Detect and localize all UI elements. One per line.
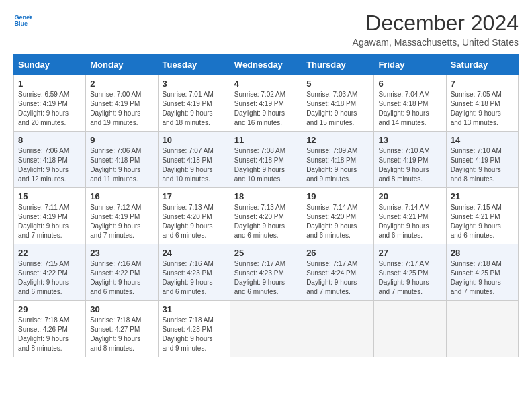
calendar-cell xyxy=(374,301,446,357)
day-info: Sunrise: 7:07 AMSunset: 4:18 PMDaylight:… xyxy=(163,146,226,184)
day-info: Sunrise: 7:16 AMSunset: 4:23 PMDaylight:… xyxy=(163,259,226,297)
day-number: 23 xyxy=(90,248,153,258)
calendar-cell: 29Sunrise: 7:18 AMSunset: 4:26 PMDayligh… xyxy=(14,301,86,357)
calendar-cell: 10Sunrise: 7:07 AMSunset: 4:18 PMDayligh… xyxy=(158,132,230,188)
day-number: 16 xyxy=(90,191,153,201)
calendar-cell: 27Sunrise: 7:17 AMSunset: 4:25 PMDayligh… xyxy=(374,244,446,301)
calendar-cell xyxy=(230,301,302,357)
calendar-cell: 26Sunrise: 7:17 AMSunset: 4:24 PMDayligh… xyxy=(302,244,374,301)
day-info: Sunrise: 7:05 AMSunset: 4:18 PMDaylight:… xyxy=(451,90,514,128)
day-number: 5 xyxy=(306,79,369,89)
day-number: 30 xyxy=(90,304,153,314)
calendar-week-row: 15Sunrise: 7:11 AMSunset: 4:19 PMDayligh… xyxy=(14,188,519,244)
day-number: 27 xyxy=(378,248,441,258)
calendar-cell: 6Sunrise: 7:04 AMSunset: 4:18 PMDaylight… xyxy=(374,75,446,132)
calendar-week-row: 29Sunrise: 7:18 AMSunset: 4:26 PMDayligh… xyxy=(14,301,519,357)
weekday-header-friday: Friday xyxy=(374,55,446,75)
day-number: 21 xyxy=(451,191,514,201)
calendar-cell xyxy=(446,301,518,357)
day-info: Sunrise: 7:15 AMSunset: 4:21 PMDaylight:… xyxy=(451,203,514,240)
day-number: 3 xyxy=(163,79,226,89)
day-info: Sunrise: 7:01 AMSunset: 4:19 PMDaylight:… xyxy=(163,90,226,128)
calendar-cell: 28Sunrise: 7:18 AMSunset: 4:25 PMDayligh… xyxy=(446,244,518,301)
day-number: 6 xyxy=(378,79,441,89)
day-number: 26 xyxy=(306,248,369,258)
day-info: Sunrise: 7:17 AMSunset: 4:24 PMDaylight:… xyxy=(306,259,369,297)
day-number: 22 xyxy=(18,248,81,258)
day-info: Sunrise: 7:16 AMSunset: 4:22 PMDaylight:… xyxy=(90,259,153,297)
calendar-cell: 7Sunrise: 7:05 AMSunset: 4:18 PMDaylight… xyxy=(446,75,518,132)
weekday-header-wednesday: Wednesday xyxy=(230,55,302,75)
calendar-cell: 8Sunrise: 7:06 AMSunset: 4:18 PMDaylight… xyxy=(14,132,86,188)
day-info: Sunrise: 7:06 AMSunset: 4:18 PMDaylight:… xyxy=(18,146,81,184)
logo-icon: General Blue xyxy=(13,11,32,30)
day-number: 17 xyxy=(163,191,226,201)
day-info: Sunrise: 7:09 AMSunset: 4:18 PMDaylight:… xyxy=(306,146,369,184)
day-number: 25 xyxy=(234,248,298,258)
calendar-cell: 14Sunrise: 7:10 AMSunset: 4:19 PMDayligh… xyxy=(446,132,518,188)
calendar-cell: 25Sunrise: 7:17 AMSunset: 4:23 PMDayligh… xyxy=(230,244,302,301)
calendar-cell: 9Sunrise: 7:06 AMSunset: 4:18 PMDaylight… xyxy=(86,132,158,188)
calendar-cell: 5Sunrise: 7:03 AMSunset: 4:18 PMDaylight… xyxy=(302,75,374,132)
weekday-header-tuesday: Tuesday xyxy=(158,55,230,75)
calendar-cell: 4Sunrise: 7:02 AMSunset: 4:19 PMDaylight… xyxy=(230,75,302,132)
day-number: 2 xyxy=(90,79,153,89)
calendar-cell: 31Sunrise: 7:18 AMSunset: 4:28 PMDayligh… xyxy=(158,301,230,357)
calendar-cell: 30Sunrise: 7:18 AMSunset: 4:27 PMDayligh… xyxy=(86,301,158,357)
svg-text:Blue: Blue xyxy=(14,20,28,27)
day-info: Sunrise: 7:17 AMSunset: 4:25 PMDaylight:… xyxy=(378,259,441,297)
day-info: Sunrise: 7:08 AMSunset: 4:18 PMDaylight:… xyxy=(234,146,298,184)
day-info: Sunrise: 7:10 AMSunset: 4:19 PMDaylight:… xyxy=(378,146,441,184)
calendar-cell: 21Sunrise: 7:15 AMSunset: 4:21 PMDayligh… xyxy=(446,188,518,244)
logo: General Blue xyxy=(13,11,32,30)
day-number: 24 xyxy=(163,248,226,258)
calendar-cell: 12Sunrise: 7:09 AMSunset: 4:18 PMDayligh… xyxy=(302,132,374,188)
day-number: 20 xyxy=(378,191,441,201)
day-number: 1 xyxy=(18,79,81,89)
day-number: 13 xyxy=(378,135,441,145)
day-info: Sunrise: 7:06 AMSunset: 4:18 PMDaylight:… xyxy=(90,146,153,184)
calendar-week-row: 8Sunrise: 7:06 AMSunset: 4:18 PMDaylight… xyxy=(14,132,519,188)
day-number: 9 xyxy=(90,135,153,145)
day-number: 15 xyxy=(18,191,81,201)
calendar-cell: 3Sunrise: 7:01 AMSunset: 4:19 PMDaylight… xyxy=(158,75,230,132)
day-info: Sunrise: 7:14 AMSunset: 4:20 PMDaylight:… xyxy=(306,203,369,240)
weekday-header-sunday: Sunday xyxy=(14,55,86,75)
title-block: December 2024 Agawam, Massachusetts, Uni… xyxy=(353,11,519,48)
day-number: 14 xyxy=(451,135,514,145)
calendar-cell: 17Sunrise: 7:13 AMSunset: 4:20 PMDayligh… xyxy=(158,188,230,244)
day-number: 29 xyxy=(18,304,81,314)
day-number: 10 xyxy=(163,135,226,145)
day-number: 8 xyxy=(18,135,81,145)
day-info: Sunrise: 7:13 AMSunset: 4:20 PMDaylight:… xyxy=(234,203,298,240)
weekday-header-saturday: Saturday xyxy=(446,55,518,75)
day-info: Sunrise: 7:00 AMSunset: 4:19 PMDaylight:… xyxy=(90,90,153,128)
day-info: Sunrise: 7:14 AMSunset: 4:21 PMDaylight:… xyxy=(378,203,441,240)
day-info: Sunrise: 7:18 AMSunset: 4:26 PMDaylight:… xyxy=(18,316,81,353)
calendar-cell xyxy=(302,301,374,357)
day-number: 18 xyxy=(234,191,298,201)
day-info: Sunrise: 7:10 AMSunset: 4:19 PMDaylight:… xyxy=(451,146,514,184)
weekday-header-row: SundayMondayTuesdayWednesdayThursdayFrid… xyxy=(14,55,519,75)
calendar-cell: 13Sunrise: 7:10 AMSunset: 4:19 PMDayligh… xyxy=(374,132,446,188)
day-info: Sunrise: 7:02 AMSunset: 4:19 PMDaylight:… xyxy=(234,90,298,128)
calendar-cell: 19Sunrise: 7:14 AMSunset: 4:20 PMDayligh… xyxy=(302,188,374,244)
calendar-cell: 24Sunrise: 7:16 AMSunset: 4:23 PMDayligh… xyxy=(158,244,230,301)
calendar-cell: 1Sunrise: 6:59 AMSunset: 4:19 PMDaylight… xyxy=(14,75,86,132)
weekday-header-thursday: Thursday xyxy=(302,55,374,75)
day-info: Sunrise: 7:03 AMSunset: 4:18 PMDaylight:… xyxy=(306,90,369,128)
calendar-cell: 23Sunrise: 7:16 AMSunset: 4:22 PMDayligh… xyxy=(86,244,158,301)
day-info: Sunrise: 7:04 AMSunset: 4:18 PMDaylight:… xyxy=(378,90,441,128)
weekday-header-monday: Monday xyxy=(86,55,158,75)
page-subtitle: Agawam, Massachusetts, United States xyxy=(353,37,519,48)
calendar-cell: 2Sunrise: 7:00 AMSunset: 4:19 PMDaylight… xyxy=(86,75,158,132)
day-info: Sunrise: 6:59 AMSunset: 4:19 PMDaylight:… xyxy=(18,90,81,128)
calendar-table: SundayMondayTuesdayWednesdayThursdayFrid… xyxy=(13,54,519,357)
page-header: General Blue December 2024 Agawam, Massa… xyxy=(13,11,519,48)
day-number: 12 xyxy=(306,135,369,145)
calendar-week-row: 1Sunrise: 6:59 AMSunset: 4:19 PMDaylight… xyxy=(14,75,519,132)
day-number: 11 xyxy=(234,135,298,145)
day-info: Sunrise: 7:15 AMSunset: 4:22 PMDaylight:… xyxy=(18,259,81,297)
calendar-cell: 18Sunrise: 7:13 AMSunset: 4:20 PMDayligh… xyxy=(230,188,302,244)
calendar-cell: 16Sunrise: 7:12 AMSunset: 4:19 PMDayligh… xyxy=(86,188,158,244)
